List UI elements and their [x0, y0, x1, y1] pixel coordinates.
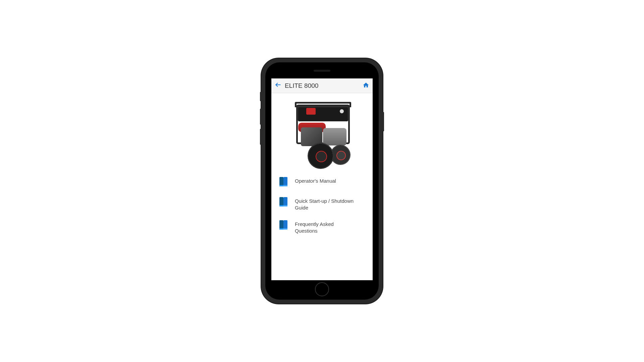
- menu-item-quick-start-guide[interactable]: Quick Start-up / Shutdown Guide: [275, 193, 369, 216]
- menu-item-label: Frequently Asked Questions: [295, 221, 355, 235]
- menu-item-faq[interactable]: Frequently Asked Questions: [275, 216, 369, 239]
- app-header: ELITE 8000: [271, 78, 373, 93]
- back-arrow-icon[interactable]: [275, 81, 281, 90]
- menu-item-label: Quick Start-up / Shutdown Guide: [295, 198, 355, 212]
- book-icon: [279, 197, 288, 208]
- phone-bezel: ELITE 8000: [265, 62, 379, 300]
- phone-power-button: [383, 112, 384, 131]
- menu-item-operators-manual[interactable]: Operator's Manual: [275, 173, 369, 193]
- book-icon: [279, 177, 288, 188]
- phone-home-button: [315, 282, 329, 296]
- home-icon[interactable]: [363, 82, 369, 90]
- content-area: Operator's Manual Quick Start-up / Shutd…: [271, 93, 373, 280]
- product-image: [287, 102, 357, 169]
- phone-volume-down: [260, 129, 261, 145]
- phone-mute-switch: [260, 92, 261, 101]
- book-icon: [279, 220, 288, 232]
- page-title: ELITE 8000: [285, 82, 363, 89]
- phone-volume-up: [260, 109, 261, 125]
- app-screen: ELITE 8000: [271, 78, 373, 280]
- phone-speaker: [314, 70, 330, 72]
- phone-frame: ELITE 8000: [261, 58, 383, 304]
- menu-item-label: Operator's Manual: [295, 178, 336, 184]
